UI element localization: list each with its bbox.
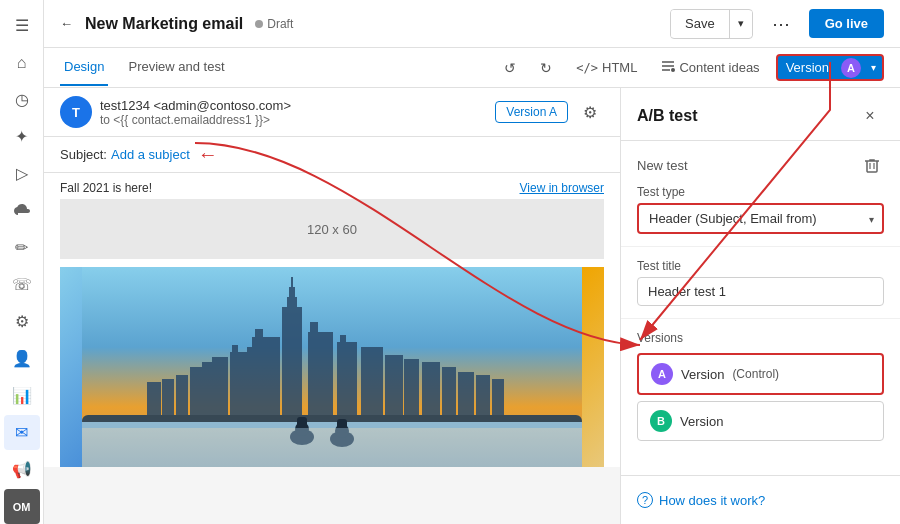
how-it-works-icon: ?: [637, 492, 653, 508]
more-options-button[interactable]: ⋯: [765, 8, 797, 40]
go-live-button[interactable]: Go live: [809, 9, 884, 38]
html-button[interactable]: </> HTML: [568, 56, 645, 79]
version-badge: A: [841, 58, 861, 78]
sidebar: ☰ ⌂ ◷ ✦ ▷ ✏ ☏ ⚙ 👤 📊 ✉ 📢 OM: [0, 0, 44, 524]
sidebar-settings-icon[interactable]: ⚙: [4, 304, 40, 339]
content-ideas-button[interactable]: Content ideas: [653, 55, 767, 80]
content-wrapper: T test1234 <admin@contoso.com> to <{{ co…: [44, 88, 900, 524]
sidebar-user-icon[interactable]: 👤: [4, 341, 40, 376]
svg-rect-18: [232, 345, 238, 354]
version-a-control: (Control): [732, 367, 779, 381]
new-test-label: New test: [637, 158, 688, 173]
hero-image-svg: [60, 267, 604, 467]
sidebar-chart-icon[interactable]: 📊: [4, 378, 40, 413]
sender-name: test1234 <admin@contoso.com>: [100, 98, 487, 113]
test-type-select-wrapper: Header (Subject, Email from) ▾: [637, 203, 884, 234]
version-a-item[interactable]: A Version (Control): [637, 353, 884, 395]
sidebar-menu-icon[interactable]: ☰: [4, 8, 40, 43]
subject-prefix: Subject:: [60, 147, 107, 162]
add-subject-link[interactable]: Add a subject: [111, 147, 190, 162]
delete-test-button[interactable]: [860, 153, 884, 177]
redo-button[interactable]: ↻: [532, 54, 560, 82]
undo-button[interactable]: ↺: [496, 54, 524, 82]
svg-rect-15: [337, 342, 357, 427]
draft-badge: Draft: [255, 17, 293, 31]
tab-design[interactable]: Design: [60, 49, 108, 86]
version-text: Version: [778, 56, 837, 79]
html-label: HTML: [602, 60, 637, 75]
email-editor-pane: T test1234 <admin@contoso.com> to <{{ co…: [44, 88, 620, 524]
sender-avatar: T: [60, 96, 92, 128]
sidebar-clock-icon[interactable]: ◷: [4, 82, 40, 117]
sidebar-home-icon[interactable]: ⌂: [4, 45, 40, 80]
svg-rect-11: [255, 329, 263, 339]
top-header: ← New Marketing email Draft Save ▾ ⋯ Go …: [44, 0, 900, 48]
content-ideas-label: Content ideas: [679, 60, 759, 75]
test-title-label: Test title: [637, 259, 884, 273]
ab-section-header: New test: [637, 153, 884, 177]
sender-to: to <{{ contact.emailaddress1 }}>: [100, 113, 487, 127]
version-a-tag: Version A: [495, 101, 568, 123]
sidebar-email-icon[interactable]: ✉: [4, 415, 40, 450]
sidebar-pencil-icon[interactable]: ✏: [4, 230, 40, 265]
draft-label: Draft: [267, 17, 293, 31]
image-size-label: 120 x 60: [307, 222, 357, 237]
version-a-name: Version: [681, 367, 724, 382]
versions-label: Versions: [637, 331, 884, 345]
ab-test-panel: A/B test × New test Test type Header (Su…: [620, 88, 900, 524]
test-type-label: Test type: [637, 185, 884, 199]
content-ideas-icon: [661, 59, 675, 76]
tab-preview-and-test[interactable]: Preview and test: [124, 49, 228, 86]
subject-arrow-icon: ←: [198, 143, 218, 166]
sidebar-avatar[interactable]: OM: [4, 489, 40, 524]
ab-test-title-section: Test title: [621, 247, 900, 319]
ab-panel-header: A/B test ×: [621, 88, 900, 141]
save-dropdown-button[interactable]: ▾: [730, 11, 752, 36]
svg-rect-10: [252, 337, 280, 427]
sidebar-star-icon[interactable]: ✦: [4, 119, 40, 154]
ab-new-test-section: New test Test type Header (Subject, Emai…: [621, 141, 900, 247]
email-body-preview: Fall 2021 is here! View in browser 120 x…: [44, 173, 620, 467]
svg-rect-6: [282, 307, 302, 427]
view-in-browser-link[interactable]: View in browser: [520, 181, 604, 195]
test-type-select[interactable]: Header (Subject, Email from): [639, 205, 882, 232]
how-it-works-link[interactable]: ? How does it work?: [637, 492, 884, 508]
sidebar-megaphone-icon[interactable]: 📢: [4, 452, 40, 487]
html-code-icon: </>: [576, 61, 598, 75]
save-button[interactable]: Save: [671, 10, 729, 37]
svg-rect-7: [287, 297, 297, 312]
sidebar-phone-icon[interactable]: ☏: [4, 267, 40, 302]
sidebar-send-icon[interactable]: ▷: [4, 156, 40, 191]
svg-rect-13: [308, 332, 333, 427]
email-body-header: Fall 2021 is here! View in browser: [44, 173, 620, 199]
ab-panel-title: A/B test: [637, 107, 697, 125]
ab-footer: ? How does it work?: [621, 475, 900, 524]
email-header-bar: T test1234 <admin@contoso.com> to <{{ co…: [44, 88, 620, 137]
email-settings-icon[interactable]: ⚙: [576, 98, 604, 126]
version-b-item[interactable]: B Version: [637, 401, 884, 441]
svg-rect-16: [340, 335, 346, 344]
toolbar: Design Preview and test ↺ ↻ </> HTML Con…: [44, 48, 900, 88]
version-chevron-icon: ▾: [865, 58, 882, 77]
svg-rect-34: [82, 422, 582, 428]
hero-image: [60, 267, 604, 467]
version-selector-button[interactable]: Version A ▾: [776, 54, 884, 81]
save-button-group: Save ▾: [670, 9, 753, 39]
svg-rect-9: [291, 277, 293, 289]
version-b-badge: B: [650, 410, 672, 432]
subject-row: Subject: Add a subject ←: [44, 137, 620, 173]
page-title: New Marketing email: [85, 15, 243, 33]
svg-point-3: [671, 68, 675, 72]
version-a-badge: A: [651, 363, 673, 385]
version-b-name: Version: [680, 414, 723, 429]
back-button[interactable]: ←: [60, 16, 73, 31]
sender-info: test1234 <admin@contoso.com> to <{{ cont…: [100, 98, 487, 127]
logo-placeholder: 120 x 60: [60, 199, 604, 259]
svg-rect-41: [82, 428, 582, 467]
test-title-input[interactable]: [637, 277, 884, 306]
back-arrow-icon: ←: [60, 16, 73, 31]
draft-dot: [255, 20, 263, 28]
ab-close-button[interactable]: ×: [856, 102, 884, 130]
sidebar-cloud-icon[interactable]: [4, 193, 40, 228]
how-it-works-label: How does it work?: [659, 493, 765, 508]
